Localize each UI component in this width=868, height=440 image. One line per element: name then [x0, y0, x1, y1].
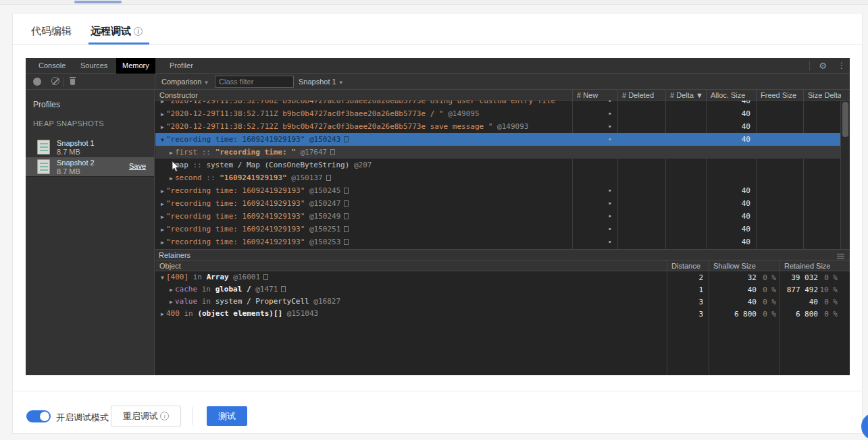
snapshot-size: 8.7 MB	[57, 148, 80, 156]
retainer-row[interactable]: ▶value in system / PropertyCell @1682734…	[155, 296, 850, 308]
shallow-size-value: 400 %	[709, 296, 780, 308]
constructor-row[interactable]: ▼"recording time: 1609241929193" @150243…	[155, 133, 850, 146]
constructor-row[interactable]: ▶"2020-12-29T11:38:52.706Z b9bc0b4727ac0…	[155, 101, 850, 107]
retainers-header: Retainers	[155, 249, 850, 260]
alloc-size: 40	[706, 197, 750, 210]
column-header[interactable]: Retained Size	[780, 260, 841, 271]
new-count: •	[572, 210, 612, 223]
devtools-tab-memory[interactable]: Memory	[116, 58, 155, 74]
menu-icon[interactable]	[837, 252, 844, 258]
profiles-label: Profiles	[33, 100, 60, 109]
test-button[interactable]: 测试	[207, 406, 247, 426]
new-count: •	[572, 184, 612, 197]
devtools-tab-profiler[interactable]: Profiler	[163, 58, 199, 74]
retainer-row[interactable]: ▼[400] in Array @160012320 %39 0320 %	[155, 271, 850, 283]
record-icon[interactable]	[33, 78, 41, 86]
constructor-row[interactable]: ▶"recording time: 1609241929193" @150247…	[155, 197, 850, 210]
column-header[interactable]: Alloc. Size	[706, 90, 756, 101]
constructor-row[interactable]: ▶"recording time: 1609241929193" @150253…	[155, 236, 850, 248]
gear-icon[interactable]: ⚙	[815, 58, 831, 74]
new-count: •	[572, 197, 612, 210]
page-tab-bar: 代码编辑 远程调试 i	[13, 13, 862, 45]
divider	[63, 77, 63, 87]
new-count: •	[572, 223, 612, 236]
constructor-row[interactable]: ▶first :: "recording time: " @17647	[155, 146, 850, 159]
retainer-row[interactable]: ▶400 in (object elements)[] @15104336 80…	[155, 308, 850, 320]
scrollbar-thumb[interactable]	[842, 102, 848, 137]
expand-arrow-icon[interactable]: ▶	[168, 146, 175, 159]
column-header[interactable]: Distance	[667, 260, 709, 271]
footer-divider	[13, 391, 862, 391]
class-filter-input[interactable]	[215, 76, 294, 88]
object-preview-icon	[344, 226, 349, 232]
debug-mode-toggle[interactable]	[26, 410, 51, 422]
retainer-row[interactable]: ▶cache in global / @14711400 %877 49210 …	[155, 283, 850, 296]
expand-arrow-icon[interactable]: ▶	[159, 198, 166, 210]
alloc-size: 40	[706, 223, 750, 236]
snapshot-item[interactable]: Snapshot 28.7 MBSave	[26, 157, 154, 177]
snapshot-item[interactable]: Snapshot 18.7 MB	[26, 138, 154, 157]
comparison-dropdown[interactable]: Comparison ▼	[161, 74, 209, 91]
column-header[interactable]: Freed Size	[756, 90, 803, 101]
column-header[interactable]: # Deleted	[617, 90, 665, 101]
clear-icon[interactable]	[51, 77, 59, 85]
collapse-arrow-icon[interactable]: ▼	[159, 134, 166, 146]
devtools-toolbar: Comparison ▼ Snapshot 1 ▼	[26, 74, 850, 90]
floating-action-button[interactable]	[861, 413, 868, 440]
constructor-row[interactable]: ▶"recording time: 1609241929193" @150251…	[155, 223, 850, 236]
toggle-knob	[40, 412, 49, 421]
object-preview-icon	[330, 149, 335, 155]
constructor-row[interactable]: ▶"recording time: 1609241929193" @150245…	[155, 184, 850, 197]
expand-arrow-icon[interactable]: ▶	[159, 108, 166, 120]
browser-top-strip	[0, 0, 868, 5]
snapshot-dropdown[interactable]: Snapshot 1 ▼	[299, 74, 344, 91]
devtools-panel: ConsoleSourcesMemoryProfiler ⚙ ⋮ Compari…	[26, 58, 850, 375]
tab-code-edit[interactable]: 代码编辑	[31, 25, 72, 38]
tab-remote-debug[interactable]: 远程调试 i	[91, 25, 143, 38]
top-tab-accent	[74, 1, 122, 3]
expand-arrow-icon[interactable]: ▶	[159, 101, 166, 107]
column-header[interactable]: Object	[155, 260, 667, 271]
devtools-tab-console[interactable]: Console	[32, 58, 72, 74]
retained-size-value: 400 %	[780, 296, 841, 308]
collapse-arrow-icon[interactable]: ▼	[159, 272, 166, 283]
constructor-row[interactable]: ▶"2020-12-29T11:38:52.711Z b9bc0b4727ac0…	[155, 107, 850, 120]
debug-mode-label: 开启调试模式	[56, 412, 109, 424]
restart-debug-button[interactable]: 重启调试 i	[111, 406, 181, 427]
column-header[interactable]: # Delta ▼	[665, 90, 706, 101]
expand-arrow-icon[interactable]: ▶	[159, 236, 166, 248]
save-link[interactable]: Save	[129, 162, 146, 170]
retainers-column-header: ObjectDistanceShallow SizeRetained Size	[155, 260, 850, 271]
column-header[interactable]: Constructor	[155, 90, 572, 101]
constructor-row[interactable]: map :: system / Map (ConsOneByteString) …	[155, 159, 850, 171]
object-preview-icon	[281, 286, 286, 292]
column-header[interactable]: Shallow Size	[709, 260, 780, 271]
heap-snapshots-label: HEAP SNAPSHOTS	[33, 119, 104, 128]
constructor-row[interactable]: ▶"recording time: 1609241929193" @150249…	[155, 210, 850, 223]
expand-arrow-icon[interactable]: ▶	[168, 296, 175, 308]
chevron-down-icon: ▼	[203, 80, 209, 86]
info-icon: i	[134, 27, 143, 36]
expand-arrow-icon[interactable]: ▶	[159, 308, 166, 320]
toolbar-right: Comparison ▼ Snapshot 1 ▼	[155, 74, 850, 90]
devtools-tab-sources[interactable]: Sources	[74, 58, 113, 74]
expand-arrow-icon[interactable]: ▶	[159, 223, 166, 236]
trash-icon[interactable]	[69, 77, 76, 86]
expand-arrow-icon[interactable]: ▶	[168, 172, 175, 184]
retained-size-value: 6 8000 %	[780, 308, 841, 321]
more-menu-icon[interactable]: ⋮	[835, 58, 848, 74]
expand-arrow-icon[interactable]: ▶	[159, 185, 166, 197]
expand-arrow-icon[interactable]: ▶	[159, 121, 166, 133]
expand-arrow-icon[interactable]: ▶	[168, 284, 175, 296]
column-header[interactable]: # New	[572, 90, 617, 101]
vertical-scrollbar[interactable]	[840, 101, 850, 249]
profiles-sidebar: Profiles HEAP SNAPSHOTS Snapshot 18.7 MB…	[26, 90, 155, 375]
constructor-row[interactable]: ▶second :: "1609241929193" @150137	[155, 171, 850, 184]
constructor-row[interactable]: ▶"2020-12-29T11:38:52.712Z b9bc0b4727ac0…	[155, 120, 850, 133]
active-tab-underline	[88, 43, 149, 45]
distance-value: 1	[667, 283, 703, 296]
alloc-size: 40	[706, 184, 750, 197]
main-card: 代码编辑 远程调试 i ConsoleSourcesMemoryProfiler…	[12, 13, 863, 434]
expand-arrow-icon[interactable]: ▶	[159, 211, 166, 223]
column-header[interactable]: Size Delta	[803, 90, 841, 101]
